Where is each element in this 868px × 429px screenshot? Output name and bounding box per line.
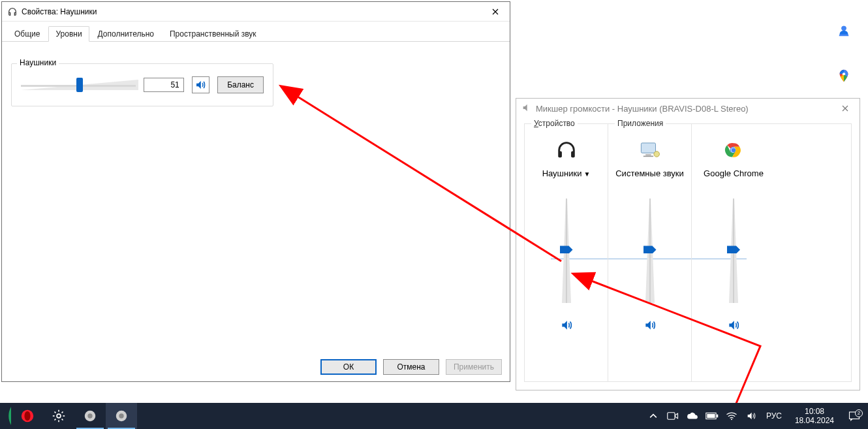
svg-point-13 [843,72,845,75]
system-sounds-icon[interactable] [639,137,661,163]
chevron-down-icon: ▼ [583,168,590,180]
svg-point-5 [653,151,659,157]
taskbar-sound-panel-icon[interactable] [74,403,106,429]
speaker-icon [521,103,532,115]
svg-rect-3 [645,154,651,156]
tray-clock[interactable]: 10:08 18.04.2024 [790,407,839,425]
svg-line-25 [54,419,55,421]
taskbar: РУС 10:08 18.04.2024 2 [0,403,868,429]
tab-general[interactable]: Общие [7,26,47,42]
tray-speaker-icon[interactable] [744,403,758,429]
mixer-group-apps: Приложения Системные звуки [608,124,851,381]
tray-onedrive-icon[interactable] [685,403,700,429]
chrome-volume-slider[interactable] [727,199,740,303]
tray-chevron-up-icon[interactable] [646,403,660,429]
svg-rect-30 [668,413,675,420]
user-profile-icon[interactable] [837,24,852,39]
mixer-group-device-label: Устройство [531,119,578,128]
tray-wifi-icon[interactable] [724,403,739,429]
system-volume-slider[interactable] [643,199,657,303]
channel-system-sounds: Системные звуки [608,124,692,381]
svg-line-24 [62,411,63,413]
headphone-icon [7,7,18,17]
tab-advanced[interactable]: Дополнительно [91,26,161,42]
channel-chrome-label[interactable]: Google Chrome [704,168,764,191]
tab-spatial[interactable]: Пространственный звук [163,26,264,42]
cancel-button[interactable]: Отмена [383,359,439,375]
svg-point-17 [57,414,61,418]
balance-button[interactable]: Баланс [217,76,264,93]
channel-device: Наушники ▼ [525,124,608,381]
taskbar-sound-panel-icon-active[interactable] [106,403,137,429]
levels-group-label: Наушники [17,58,59,67]
system-mute-button[interactable] [643,319,657,334]
mixer-body: Устройство Наушники ▼ [524,123,852,382]
properties-titlebar[interactable]: Свойства: Наушники [2,2,510,22]
tray-battery-icon[interactable] [705,403,719,429]
volume-level-input[interactable] [144,78,184,92]
tray-meet-now-icon[interactable] [666,403,680,429]
chrome-mute-button[interactable] [727,319,740,334]
channel-chrome: Google Chrome [692,124,775,381]
taskbar-opera-icon[interactable] [12,403,43,429]
svg-line-22 [54,411,55,413]
svg-point-34 [731,419,732,420]
apply-button: Применить [446,359,502,375]
device-mute-button[interactable] [560,319,573,334]
mixer-close-button[interactable] [830,99,860,118]
dialog-button-row: ОК Отмена Применить [320,359,502,375]
mute-toggle-button[interactable] [192,76,209,93]
svg-rect-1 [571,151,575,157]
properties-title: Свойства: Наушники [22,7,97,16]
channel-device-label[interactable]: Наушники ▼ [542,168,591,191]
tray-notifications-icon[interactable]: 2 [845,411,864,421]
tray-language-indicator[interactable]: РУС [764,411,784,421]
svg-point-16 [24,411,30,421]
mixer-title: Микшер громкости - Наушники (BRAVIS-D08-… [536,104,749,114]
tray-date: 18.04.2024 [795,416,834,425]
properties-close-button[interactable] [480,2,510,22]
chrome-icon[interactable] [723,137,744,163]
svg-rect-0 [558,151,562,157]
svg-rect-33 [707,414,715,418]
tray-time: 10:08 [805,407,824,416]
properties-window: Свойства: Наушники Общие Уровни Дополнит… [1,1,510,382]
volume-slider[interactable] [21,76,136,94]
tab-levels[interactable]: Уровни [48,26,89,42]
headphone-icon[interactable] [555,137,578,163]
svg-line-23 [62,419,63,421]
mixer-group-device: Устройство Наушники ▼ [525,124,608,381]
levels-group: Наушники Баланс [11,63,273,106]
device-volume-slider[interactable] [560,199,573,303]
ok-button[interactable]: ОК [320,359,377,375]
start-button[interactable] [0,403,12,429]
tray-notifications-badge: 2 [855,409,863,417]
channel-system-label[interactable]: Системные звуки [615,168,684,191]
mixer-titlebar[interactable]: Микшер громкости - Наушники (BRAVIS-D08-… [516,99,860,118]
mixer-window: Микшер громкости - Наушники (BRAVIS-D08-… [516,98,860,390]
svg-rect-2 [641,143,655,153]
maps-pin-icon[interactable] [837,68,852,84]
svg-point-11 [841,26,846,31]
svg-rect-32 [717,415,718,418]
svg-point-29 [119,413,123,418]
svg-point-8 [732,148,736,153]
svg-rect-4 [643,156,653,157]
svg-point-27 [87,413,92,418]
properties-tabstrip: Общие Уровни Дополнительно Пространствен… [2,22,510,42]
mixer-group-apps-label: Приложения [615,119,666,128]
taskbar-settings-icon[interactable] [43,403,74,429]
